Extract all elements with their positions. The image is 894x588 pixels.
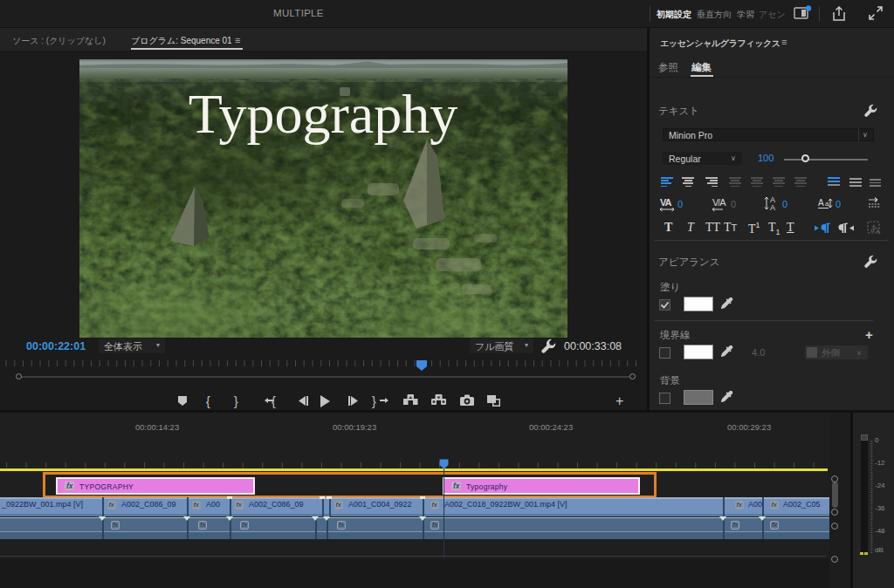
svg-text:Typography: Typography — [189, 83, 457, 145]
svg-text:{: { — [206, 394, 210, 408]
svg-text:}: } — [372, 394, 376, 408]
svg-text:A: A — [818, 198, 824, 208]
svg-text:}: } — [234, 394, 238, 408]
svg-text:A: A — [770, 203, 775, 211]
